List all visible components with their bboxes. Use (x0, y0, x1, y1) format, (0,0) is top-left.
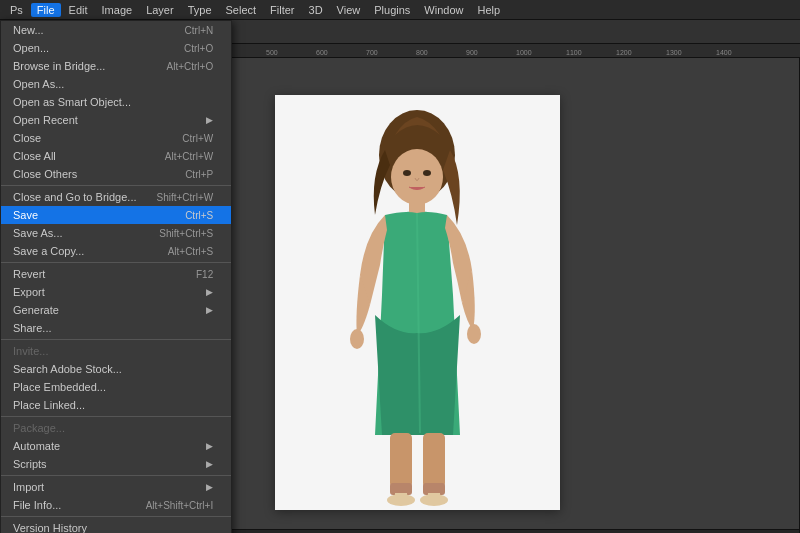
menu-item-label: Close (13, 132, 41, 144)
menu-item-label: Automate (13, 440, 60, 452)
menu-item-shortcut: Shift+Ctrl+S (159, 228, 213, 239)
menu-item-shortcut: Ctrl+P (185, 169, 213, 180)
menu-item-close-goto-bridge[interactable]: Close and Go to Bridge...Shift+Ctrl+W (1, 188, 231, 206)
menu-item-label: Revert (13, 268, 45, 280)
menu-item-open-as[interactable]: Open As... (1, 75, 231, 93)
menu-item-label: Search Adobe Stock... (13, 363, 122, 375)
menu-item-shortcut: Alt+Shift+Ctrl+I (146, 500, 214, 511)
menu-item-label: New... (13, 24, 44, 36)
menu-item-label: Generate (13, 304, 59, 316)
menu-item-label: Close Others (13, 168, 77, 180)
woman-figure (275, 95, 560, 510)
submenu-arrow-icon: ▶ (206, 459, 213, 469)
menu-3d[interactable]: 3D (303, 3, 329, 17)
menu-item-label: Place Embedded... (13, 381, 106, 393)
menu-ps[interactable]: Ps (4, 3, 29, 17)
menu-help[interactable]: Help (471, 3, 506, 17)
menu-item-save-copy[interactable]: Save a Copy...Alt+Ctrl+S (1, 242, 231, 260)
menu-edit[interactable]: Edit (63, 3, 94, 17)
submenu-arrow-icon: ▶ (206, 115, 213, 125)
menu-item-browse-bridge[interactable]: Browse in Bridge...Alt+Ctrl+O (1, 57, 231, 75)
menu-separator (1, 262, 231, 263)
menu-item-shortcut: Ctrl+O (184, 43, 213, 54)
menu-item-label: Open Recent (13, 114, 78, 126)
menu-plugins[interactable]: Plugins (368, 3, 416, 17)
menu-item-place-linked[interactable]: Place Linked... (1, 396, 231, 414)
menu-item-label: Browse in Bridge... (13, 60, 105, 72)
menu-item-label: Open... (13, 42, 49, 54)
menu-item-shortcut: Ctrl+S (185, 210, 213, 221)
menu-bar: Ps File Edit Image Layer Type Select Fil… (0, 0, 800, 20)
menu-file[interactable]: File (31, 3, 61, 17)
menu-item-label: Scripts (13, 458, 47, 470)
menu-item-file-info[interactable]: File Info...Alt+Shift+Ctrl+I (1, 496, 231, 514)
menu-item-label: Import (13, 481, 44, 493)
menu-item-label: Place Linked... (13, 399, 85, 411)
svg-point-2 (391, 149, 443, 205)
submenu-arrow-icon: ▶ (206, 305, 213, 315)
menu-item-label: Share... (13, 322, 52, 334)
menu-item-invite: Invite... (1, 342, 231, 360)
svg-point-7 (467, 324, 481, 344)
file-menu-dropdown[interactable]: New...Ctrl+NOpen...Ctrl+OBrowse in Bridg… (0, 20, 232, 533)
menu-view[interactable]: View (331, 3, 367, 17)
menu-item-label: Close and Go to Bridge... (13, 191, 137, 203)
menu-item-open-recent[interactable]: Open Recent▶ (1, 111, 231, 129)
canvas-image (275, 95, 560, 510)
menu-item-open[interactable]: Open...Ctrl+O (1, 39, 231, 57)
svg-rect-12 (423, 433, 445, 488)
menu-item-shortcut: Ctrl+N (185, 25, 214, 36)
menu-separator (1, 516, 231, 517)
menu-item-label: Save a Copy... (13, 245, 84, 257)
svg-point-6 (350, 329, 364, 349)
menu-item-search-stock[interactable]: Search Adobe Stock... (1, 360, 231, 378)
menu-item-shortcut: Ctrl+W (182, 133, 213, 144)
menu-item-label: Invite... (13, 345, 48, 357)
menu-item-place-embedded[interactable]: Place Embedded... (1, 378, 231, 396)
submenu-arrow-icon: ▶ (206, 441, 213, 451)
svg-rect-15 (428, 493, 440, 501)
menu-separator (1, 339, 231, 340)
menu-type[interactable]: Type (182, 3, 218, 17)
menu-item-label: Open As... (13, 78, 64, 90)
menu-item-close[interactable]: CloseCtrl+W (1, 129, 231, 147)
menu-item-automate[interactable]: Automate▶ (1, 437, 231, 455)
menu-item-label: Open as Smart Object... (13, 96, 131, 108)
menu-item-label: Package... (13, 422, 65, 434)
menu-item-new[interactable]: New...Ctrl+N (1, 21, 231, 39)
menu-item-shortcut: Alt+Ctrl+W (165, 151, 213, 162)
menu-item-shortcut: Shift+Ctrl+W (157, 192, 214, 203)
svg-point-4 (423, 170, 431, 176)
menu-item-shortcut: Alt+Ctrl+O (167, 61, 214, 72)
menu-item-label: Close All (13, 150, 56, 162)
menu-separator (1, 185, 231, 186)
menu-item-shortcut: F12 (196, 269, 213, 280)
menu-item-label: Export (13, 286, 45, 298)
menu-item-label: File Info... (13, 499, 61, 511)
submenu-arrow-icon: ▶ (206, 287, 213, 297)
menu-item-open-smart[interactable]: Open as Smart Object... (1, 93, 231, 111)
menu-item-scripts[interactable]: Scripts▶ (1, 455, 231, 473)
menu-item-close-all[interactable]: Close AllAlt+Ctrl+W (1, 147, 231, 165)
menu-item-save[interactable]: SaveCtrl+S (1, 206, 231, 224)
menu-layer[interactable]: Layer (140, 3, 180, 17)
svg-rect-8 (390, 433, 412, 488)
menu-image[interactable]: Image (96, 3, 139, 17)
menu-window[interactable]: Window (418, 3, 469, 17)
menu-item-save-as[interactable]: Save As...Shift+Ctrl+S (1, 224, 231, 242)
menu-item-shortcut: Alt+Ctrl+S (168, 246, 214, 257)
menu-item-export[interactable]: Export▶ (1, 283, 231, 301)
submenu-arrow-icon: ▶ (206, 482, 213, 492)
menu-item-revert[interactable]: RevertF12 (1, 265, 231, 283)
menu-item-generate[interactable]: Generate▶ (1, 301, 231, 319)
menu-item-close-others[interactable]: Close OthersCtrl+P (1, 165, 231, 183)
menu-separator (1, 475, 231, 476)
menu-filter[interactable]: Filter (264, 3, 300, 17)
menu-item-version-history[interactable]: Version History (1, 519, 231, 533)
menu-select[interactable]: Select (220, 3, 263, 17)
menu-item-label: Save As... (13, 227, 63, 239)
menu-item-import[interactable]: Import▶ (1, 478, 231, 496)
svg-rect-11 (395, 493, 407, 501)
menu-item-share[interactable]: Share... (1, 319, 231, 337)
menu-item-label: Version History (13, 522, 87, 533)
